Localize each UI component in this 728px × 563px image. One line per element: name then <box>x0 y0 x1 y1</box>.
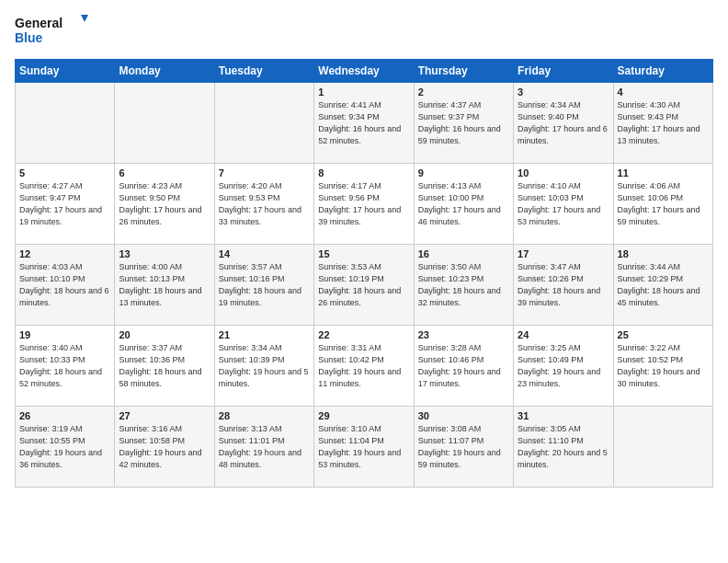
day-number: 20 <box>119 329 210 340</box>
svg-text:Blue: Blue <box>15 30 43 45</box>
calendar-week-row: 5Sunrise: 4:27 AM Sunset: 9:47 PM Daylig… <box>16 164 713 245</box>
day-header-friday: Friday <box>514 60 613 83</box>
day-header-tuesday: Tuesday <box>214 60 313 83</box>
calendar-cell: 31Sunrise: 3:05 AM Sunset: 11:10 PM Dayl… <box>514 407 613 488</box>
svg-marker-2 <box>81 15 88 22</box>
day-info: Sunrise: 3:31 AM Sunset: 10:42 PM Daylig… <box>318 342 409 390</box>
day-info: Sunrise: 3:47 AM Sunset: 10:26 PM Daylig… <box>518 261 609 309</box>
day-header-wednesday: Wednesday <box>314 60 414 83</box>
calendar-cell: 9Sunrise: 4:13 AM Sunset: 10:00 PM Dayli… <box>414 164 513 245</box>
day-info: Sunrise: 3:08 AM Sunset: 11:07 PM Daylig… <box>418 423 509 471</box>
day-number: 4 <box>618 86 709 98</box>
day-number: 8 <box>318 167 409 178</box>
day-number: 7 <box>219 167 310 178</box>
day-number: 14 <box>219 248 310 259</box>
calendar-cell: 3Sunrise: 4:34 AM Sunset: 9:40 PM Daylig… <box>514 83 613 164</box>
day-info: Sunrise: 3:37 AM Sunset: 10:36 PM Daylig… <box>119 342 210 390</box>
day-number: 18 <box>618 248 709 259</box>
logo: General Blue <box>15 11 88 50</box>
calendar-cell: 5Sunrise: 4:27 AM Sunset: 9:47 PM Daylig… <box>16 164 115 245</box>
day-info: Sunrise: 4:37 AM Sunset: 9:37 PM Dayligh… <box>418 99 509 147</box>
calendar-week-row: 1Sunrise: 4:41 AM Sunset: 9:34 PM Daylig… <box>16 83 713 164</box>
day-number: 22 <box>318 329 409 340</box>
calendar-cell <box>613 407 712 488</box>
calendar-header-row: SundayMondayTuesdayWednesdayThursdayFrid… <box>16 60 713 83</box>
day-header-sunday: Sunday <box>16 60 115 83</box>
calendar-cell: 19Sunrise: 3:40 AM Sunset: 10:33 PM Dayl… <box>16 326 115 407</box>
calendar-cell: 12Sunrise: 4:03 AM Sunset: 10:10 PM Dayl… <box>16 245 115 326</box>
calendar-table: SundayMondayTuesdayWednesdayThursdayFrid… <box>15 59 713 488</box>
day-number: 28 <box>219 410 310 421</box>
day-info: Sunrise: 4:20 AM Sunset: 9:53 PM Dayligh… <box>219 180 310 228</box>
day-number: 3 <box>518 86 609 98</box>
day-info: Sunrise: 4:10 AM Sunset: 10:03 PM Daylig… <box>518 180 609 228</box>
calendar-cell <box>214 83 313 164</box>
day-number: 2 <box>418 86 509 98</box>
day-info: Sunrise: 3:16 AM Sunset: 10:58 PM Daylig… <box>119 423 210 471</box>
calendar-cell: 25Sunrise: 3:22 AM Sunset: 10:52 PM Dayl… <box>613 326 712 407</box>
day-number: 26 <box>19 410 110 421</box>
calendar-week-row: 26Sunrise: 3:19 AM Sunset: 10:55 PM Dayl… <box>16 407 713 488</box>
day-number: 19 <box>19 329 110 340</box>
calendar-cell <box>115 83 214 164</box>
calendar-cell: 23Sunrise: 3:28 AM Sunset: 10:46 PM Dayl… <box>414 326 513 407</box>
calendar-cell: 26Sunrise: 3:19 AM Sunset: 10:55 PM Dayl… <box>16 407 115 488</box>
day-info: Sunrise: 3:40 AM Sunset: 10:33 PM Daylig… <box>19 342 110 390</box>
day-info: Sunrise: 3:50 AM Sunset: 10:23 PM Daylig… <box>418 261 509 309</box>
calendar-cell: 8Sunrise: 4:17 AM Sunset: 9:56 PM Daylig… <box>314 164 414 245</box>
calendar-cell: 22Sunrise: 3:31 AM Sunset: 10:42 PM Dayl… <box>314 326 414 407</box>
day-number: 5 <box>19 167 110 178</box>
day-info: Sunrise: 4:41 AM Sunset: 9:34 PM Dayligh… <box>318 99 409 147</box>
calendar-cell: 28Sunrise: 3:13 AM Sunset: 11:01 PM Dayl… <box>214 407 313 488</box>
day-info: Sunrise: 3:10 AM Sunset: 11:04 PM Daylig… <box>318 423 409 471</box>
day-info: Sunrise: 3:28 AM Sunset: 10:46 PM Daylig… <box>418 342 509 390</box>
calendar-cell: 1Sunrise: 4:41 AM Sunset: 9:34 PM Daylig… <box>314 83 414 164</box>
day-number: 11 <box>618 167 709 178</box>
day-number: 27 <box>119 410 210 421</box>
calendar-cell: 30Sunrise: 3:08 AM Sunset: 11:07 PM Dayl… <box>414 407 513 488</box>
calendar-cell: 14Sunrise: 3:57 AM Sunset: 10:16 PM Dayl… <box>214 245 313 326</box>
calendar-cell: 6Sunrise: 4:23 AM Sunset: 9:50 PM Daylig… <box>115 164 214 245</box>
calendar-cell: 4Sunrise: 4:30 AM Sunset: 9:43 PM Daylig… <box>613 83 712 164</box>
day-info: Sunrise: 3:57 AM Sunset: 10:16 PM Daylig… <box>219 261 310 309</box>
day-number: 15 <box>318 248 409 259</box>
day-info: Sunrise: 4:34 AM Sunset: 9:40 PM Dayligh… <box>518 99 609 147</box>
calendar-cell: 7Sunrise: 4:20 AM Sunset: 9:53 PM Daylig… <box>214 164 313 245</box>
day-info: Sunrise: 3:44 AM Sunset: 10:29 PM Daylig… <box>618 261 709 309</box>
day-number: 9 <box>418 167 509 178</box>
calendar-week-row: 12Sunrise: 4:03 AM Sunset: 10:10 PM Dayl… <box>16 245 713 326</box>
calendar-cell: 18Sunrise: 3:44 AM Sunset: 10:29 PM Dayl… <box>613 245 712 326</box>
calendar-cell: 21Sunrise: 3:34 AM Sunset: 10:39 PM Dayl… <box>214 326 313 407</box>
day-number: 13 <box>119 248 210 259</box>
day-info: Sunrise: 4:30 AM Sunset: 9:43 PM Dayligh… <box>618 99 709 147</box>
day-number: 16 <box>418 248 509 259</box>
calendar-cell: 20Sunrise: 3:37 AM Sunset: 10:36 PM Dayl… <box>115 326 214 407</box>
day-number: 10 <box>518 167 609 178</box>
day-header-thursday: Thursday <box>414 60 513 83</box>
day-number: 17 <box>518 248 609 259</box>
day-number: 24 <box>518 329 609 340</box>
calendar-cell: 29Sunrise: 3:10 AM Sunset: 11:04 PM Dayl… <box>314 407 414 488</box>
day-info: Sunrise: 3:13 AM Sunset: 11:01 PM Daylig… <box>219 423 310 471</box>
svg-text:General: General <box>15 16 63 30</box>
day-info: Sunrise: 3:22 AM Sunset: 10:52 PM Daylig… <box>618 342 709 390</box>
calendar-cell: 24Sunrise: 3:25 AM Sunset: 10:49 PM Dayl… <box>514 326 613 407</box>
calendar-cell: 2Sunrise: 4:37 AM Sunset: 9:37 PM Daylig… <box>414 83 513 164</box>
day-number: 12 <box>19 248 110 259</box>
day-info: Sunrise: 4:00 AM Sunset: 10:13 PM Daylig… <box>119 261 210 309</box>
calendar-cell: 11Sunrise: 4:06 AM Sunset: 10:06 PM Dayl… <box>613 164 712 245</box>
day-info: Sunrise: 3:19 AM Sunset: 10:55 PM Daylig… <box>19 423 110 471</box>
calendar-cell: 27Sunrise: 3:16 AM Sunset: 10:58 PM Dayl… <box>115 407 214 488</box>
day-info: Sunrise: 4:23 AM Sunset: 9:50 PM Dayligh… <box>119 180 210 228</box>
calendar-cell <box>16 83 115 164</box>
calendar-cell: 16Sunrise: 3:50 AM Sunset: 10:23 PM Dayl… <box>414 245 513 326</box>
day-number: 21 <box>219 329 310 340</box>
day-info: Sunrise: 4:06 AM Sunset: 10:06 PM Daylig… <box>618 180 709 228</box>
day-info: Sunrise: 4:17 AM Sunset: 9:56 PM Dayligh… <box>318 180 409 228</box>
day-info: Sunrise: 4:13 AM Sunset: 10:00 PM Daylig… <box>418 180 509 228</box>
calendar-cell: 13Sunrise: 4:00 AM Sunset: 10:13 PM Dayl… <box>115 245 214 326</box>
day-number: 25 <box>618 329 709 340</box>
calendar-cell: 10Sunrise: 4:10 AM Sunset: 10:03 PM Dayl… <box>514 164 613 245</box>
day-header-monday: Monday <box>115 60 214 83</box>
day-number: 31 <box>518 410 609 421</box>
